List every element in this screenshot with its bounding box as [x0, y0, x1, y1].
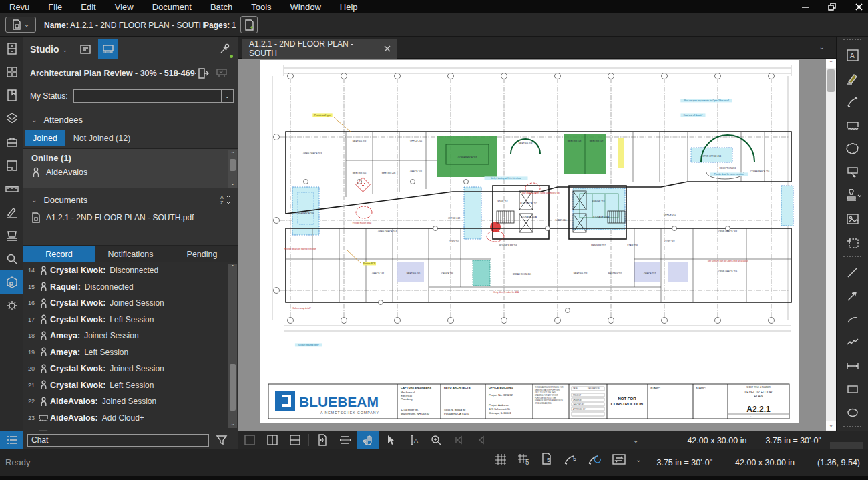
- tool-image[interactable]: [837, 207, 868, 230]
- previous-view-button[interactable]: [447, 431, 470, 449]
- tab-list-chevron[interactable]: ⌄: [819, 43, 825, 51]
- my-status-dropdown[interactable]: ⌄: [73, 89, 234, 103]
- select-tool-button[interactable]: [379, 431, 402, 449]
- record-row[interactable]: 15 Raquel: Disconnected: [23, 279, 238, 296]
- reuse-page-icon[interactable]: 5: [541, 453, 554, 466]
- fit-page-button[interactable]: [311, 431, 334, 449]
- filter-icon[interactable]: [216, 434, 228, 446]
- panel-spaces[interactable]: [0, 154, 23, 177]
- fit-width-button[interactable]: [334, 431, 357, 449]
- tab-close-icon[interactable]: [383, 45, 391, 53]
- record-row[interactable]: 18 Ameya: Joined Session: [23, 328, 238, 344]
- tab-notifications[interactable]: Notifications: [95, 246, 166, 262]
- sync-views-icon[interactable]: [612, 453, 626, 466]
- record-row[interactable]: 16 Crystal Kwok: Joined Session: [23, 295, 238, 312]
- menu-batch[interactable]: Batch: [201, 2, 242, 12]
- status-scale[interactable]: 3.75 in = 30'-0": [656, 458, 712, 467]
- close-icon[interactable]: [854, 2, 864, 12]
- document-tab[interactable]: A1.2.1 - 2ND FLOOR PLAN - SOUTH: [242, 39, 397, 59]
- tab-not-joined[interactable]: Not Joined (12): [65, 130, 138, 146]
- my-status-chevron[interactable]: ⌄: [221, 90, 233, 102]
- menu-document[interactable]: Document: [143, 2, 201, 12]
- leave-session-icon[interactable]: [197, 67, 209, 79]
- tool-ellipse[interactable]: [837, 401, 868, 424]
- tool-snapshot[interactable]: [837, 230, 868, 254]
- scroll-thumb[interactable]: [827, 69, 835, 92]
- insert-page-button[interactable]: [240, 16, 258, 33]
- pan-tool-button[interactable]: [357, 431, 379, 449]
- zoom-tool-button[interactable]: [425, 431, 447, 449]
- studio-dropdown-chevron[interactable]: ⌄: [63, 47, 68, 53]
- record-row[interactable]: 23 AideAvalos: Add Cloud+: [23, 410, 238, 427]
- record-row[interactable]: 21 Crystal Kwok: Left Session: [23, 377, 238, 394]
- panel-layers[interactable]: [0, 107, 23, 130]
- connection-status-button[interactable]: [218, 42, 232, 58]
- tab-pending[interactable]: Pending: [166, 246, 238, 262]
- panel-settings[interactable]: [0, 294, 23, 317]
- panel-studio[interactable]: [0, 270, 23, 294]
- tool-pen[interactable]: [837, 90, 868, 113]
- tool-cloud[interactable]: [837, 113, 868, 137]
- finish-session-icon[interactable]: [216, 68, 228, 79]
- tab-record[interactable]: Record: [23, 246, 95, 262]
- panel-tool-chest[interactable]: [0, 130, 23, 154]
- split-vertical-button[interactable]: [261, 431, 284, 449]
- reuse-tool-icon[interactable]: [588, 453, 602, 466]
- minimize-icon[interactable]: [801, 2, 810, 11]
- toolbar-more-chevron[interactable]: ⌄: [633, 437, 638, 444]
- record-scrollbar[interactable]: ⌃ ⌄: [228, 264, 237, 428]
- studio-session-button[interactable]: [98, 39, 118, 59]
- documents-collapse-chevron[interactable]: ⌄: [31, 196, 37, 204]
- tool-arc[interactable]: [837, 307, 868, 330]
- menu-revu[interactable]: Revu: [0, 2, 39, 12]
- chat-input[interactable]: [27, 434, 209, 447]
- grid-icon[interactable]: [494, 453, 507, 466]
- online-user-row[interactable]: AideAvalos: [31, 167, 238, 178]
- tool-dimension[interactable]: [837, 354, 868, 377]
- tool-highlight[interactable]: [837, 67, 868, 90]
- panel-search[interactable]: [0, 247, 23, 270]
- panel-measurements[interactable]: [0, 177, 23, 200]
- restore-icon[interactable]: [827, 2, 837, 11]
- menu-tools[interactable]: Tools: [242, 2, 280, 12]
- tool-line[interactable]: [837, 260, 868, 284]
- tab-joined[interactable]: Joined: [25, 130, 65, 146]
- record-row[interactable]: 24 AideAvalos:: [23, 426, 238, 431]
- split-horizontal-button[interactable]: [284, 431, 306, 449]
- panel-file-access[interactable]: [0, 37, 23, 60]
- panel-bookmarks[interactable]: [0, 83, 23, 107]
- scroll-up-arrow[interactable]: ⌃: [826, 59, 836, 68]
- menu-edit[interactable]: Edit: [71, 2, 105, 12]
- menu-window[interactable]: Window: [281, 2, 331, 12]
- menu-file[interactable]: File: [39, 2, 71, 12]
- page-setup-dropdown[interactable]: ⌄: [5, 17, 36, 33]
- tool-polyline[interactable]: [837, 330, 868, 354]
- record-row[interactable]: 22 AideAvalos: Joined Session: [23, 393, 238, 410]
- status-more-chevron[interactable]: ⌄: [636, 456, 641, 463]
- record-row[interactable]: 19 Ameya: Left Session: [23, 344, 238, 361]
- snap-to-grid-icon[interactable]: 5: [517, 453, 531, 466]
- select-text-button[interactable]: A: [402, 431, 425, 449]
- drawing-canvas[interactable]: OPEN OFFICE 203MEETING 204MEETING 205MEE…: [238, 59, 826, 431]
- tool-arrow[interactable]: [837, 284, 868, 307]
- panel-markup-summary[interactable]: [0, 200, 23, 224]
- tool-polygon-cloud[interactable]: [837, 137, 868, 160]
- tool-text-box[interactable]: A: [837, 43, 868, 67]
- menu-view[interactable]: View: [105, 2, 143, 12]
- tool-rectangle[interactable]: [837, 377, 868, 401]
- panel-thumbnails[interactable]: [0, 60, 23, 83]
- next-view-button[interactable]: [470, 431, 493, 449]
- tool-callout[interactable]: [837, 160, 868, 184]
- record-row[interactable]: 17 Crystal Kwok: Left Session: [23, 312, 238, 328]
- panel-sets[interactable]: [0, 224, 23, 247]
- markup-list-toggle[interactable]: [0, 431, 23, 449]
- online-scrollbar[interactable]: ⌃ ⌄: [228, 150, 237, 188]
- tool-stamp[interactable]: [837, 184, 868, 207]
- document-list-item[interactable]: A1.2.1 - 2ND FLOOR PLAN - SOUTH.pdf: [23, 209, 238, 226]
- reuse-markup-icon[interactable]: 5: [564, 453, 578, 466]
- sort-az-icon[interactable]: AZ: [220, 194, 230, 205]
- scroll-down-arrow[interactable]: ⌄: [826, 421, 836, 430]
- record-row[interactable]: 20 Crystal Kwok: Joined Session: [23, 361, 238, 377]
- studio-notifications-button[interactable]: [75, 39, 95, 59]
- attendees-collapse-chevron[interactable]: ⌄: [31, 116, 37, 124]
